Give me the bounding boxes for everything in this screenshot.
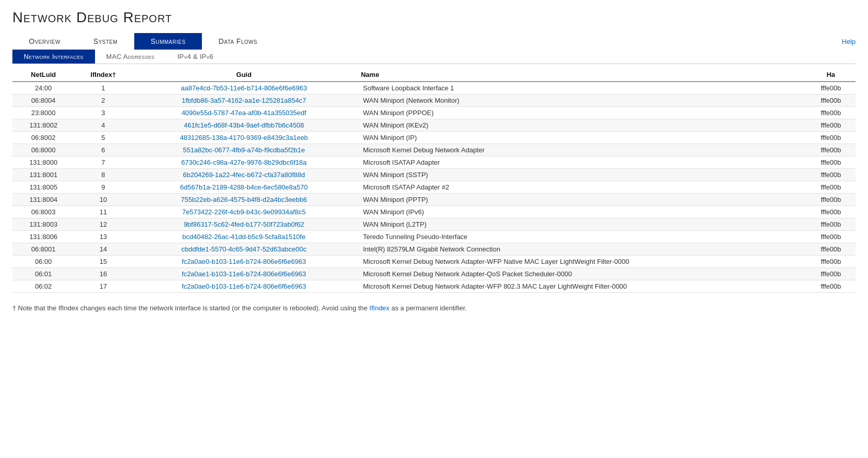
table-row: 06:8003117e573422-226f-4cb9-b43c-9e09934… [12, 206, 856, 218]
cell-ifindex: 4 [74, 119, 132, 132]
cell-ifindex: 10 [74, 194, 132, 206]
cell-name: WAN Miniport (L2TP) [356, 218, 806, 231]
cell-ha: fffe00b [806, 218, 856, 231]
cell-name: Microsoft Kernel Debug Network Adapter-W… [356, 256, 806, 268]
cell-netluid: 131:8003 [12, 218, 74, 231]
cell-ifindex: 1 [74, 82, 132, 94]
cell-ifindex: 5 [74, 132, 132, 144]
cell-guid: 461fc1e5-d68f-43b4-9aef-dfbb7b6c4508 [132, 119, 356, 132]
cell-ha: fffe00b [806, 268, 856, 280]
cell-guid: bcd40482-26ac-41dd-b5c9-5cfa8a1510fe [132, 231, 356, 243]
subnav-ipv4-ipv6[interactable]: IPv4 & IPv6 [166, 50, 225, 64]
cell-name: Microsoft ISATAP Adapter [356, 156, 806, 169]
cell-guid: cbddfde1-5570-4c65-9d47-52d63abce00c [132, 243, 356, 256]
cell-ha: fffe00b [806, 181, 856, 194]
tab-summaries[interactable]: Summaries [134, 33, 202, 50]
cell-netluid: 06:8002 [12, 132, 74, 144]
cell-name: WAN Miniport (PPPOE) [356, 107, 806, 119]
footnote-text: † Note that the IfIndex changes each tim… [12, 304, 467, 312]
cell-guid: 1fbfdb86-3a57-4162-aa1e-125281a854c7 [132, 94, 356, 107]
cell-name: WAN Miniport (IP) [356, 132, 806, 144]
cell-netluid: 24:00 [12, 82, 74, 94]
cell-ifindex: 6 [74, 144, 132, 156]
table-row: 06:8002548312685-138a-4170-9369-e8439c3a… [12, 132, 856, 144]
table-row: 06:800114cbddfde1-5570-4c65-9d47-52d63ab… [12, 243, 856, 256]
cell-netluid: 06:8003 [12, 206, 74, 218]
table-row: 06:800421fbfdb86-3a57-4162-aa1e-125281a8… [12, 94, 856, 107]
cell-name: WAN Miniport (Network Monitor) [356, 94, 806, 107]
sub-nav: Network Interfaces MAC Addresses IPv4 & … [12, 50, 856, 64]
cell-guid: fc2a0ae0-b103-11e6-b724-806e6f6e6963 [132, 280, 356, 293]
cell-ifindex: 15 [74, 256, 132, 268]
cell-name: WAN Miniport (IPv6) [356, 206, 806, 218]
col-netluid: NetLuid [12, 68, 74, 82]
cell-guid: aa87e4cd-7b53-11e6-b714-806e6f6e6963 [132, 82, 356, 94]
cell-guid: fc2a0ae1-b103-11e6-b724-806e6f6e6963 [132, 268, 356, 280]
cell-ha: fffe00b [806, 119, 856, 132]
cell-guid: 6730c246-c98a-427e-9976-8b29dbc6f18a [132, 156, 356, 169]
table-row: 131:8003129bf86317-5c62-4fed-b177-50f723… [12, 218, 856, 231]
cell-guid: 551a82bc-0677-4fb9-a74b-f9cdba5f2b1e [132, 144, 356, 156]
cell-name: Intel(R) 82579LM Gigabit Network Connect… [356, 243, 806, 256]
cell-netluid: 131:8002 [12, 119, 74, 132]
page-title: Network Debug Report [12, 9, 856, 26]
col-name: Name [356, 68, 806, 82]
cell-guid: 755b22eb-a626-4575-b4f8-d2a4bc3eebb6 [132, 194, 356, 206]
cell-name: Microsoft ISATAP Adapter #2 [356, 181, 806, 194]
cell-name: WAN Miniport (PPTP) [356, 194, 806, 206]
cell-ifindex: 2 [74, 94, 132, 107]
tab-dataflows[interactable]: Data Flows [202, 33, 274, 50]
cell-ha: fffe00b [806, 144, 856, 156]
subnav-network-interfaces[interactable]: Network Interfaces [12, 50, 95, 64]
cell-ifindex: 13 [74, 231, 132, 243]
help-link[interactable]: Help [842, 38, 856, 45]
table-body: 24:001aa87e4cd-7b53-11e6-b714-806e6f6e69… [12, 82, 856, 293]
cell-guid: 9bf86317-5c62-4fed-b177-50f723ab0f62 [132, 218, 356, 231]
cell-ifindex: 14 [74, 243, 132, 256]
cell-netluid: 131:8004 [12, 194, 74, 206]
cell-ifindex: 9 [74, 181, 132, 194]
cell-ifindex: 8 [74, 169, 132, 181]
cell-netluid: 06:8000 [12, 144, 74, 156]
network-interfaces-table: NetLuid IfIndex† Guid Name Ha 24:001aa87… [12, 68, 856, 293]
cell-ifindex: 7 [74, 156, 132, 169]
table-row: 23:800034090e55d-5787-47ea-af0b-41a35503… [12, 107, 856, 119]
cell-netluid: 131:8006 [12, 231, 74, 243]
cell-guid: fc2a0ae0-b103-11e6-b724-806e6f6e6963 [132, 256, 356, 268]
cell-ha: fffe00b [806, 82, 856, 94]
cell-ifindex: 11 [74, 206, 132, 218]
subnav-mac-addresses[interactable]: MAC Addresses [95, 50, 166, 64]
tab-overview[interactable]: Overview [12, 33, 77, 50]
cell-netluid: 06:00 [12, 256, 74, 268]
ifindex-link[interactable]: IfIndex [369, 304, 389, 312]
cell-name: Software Loopback Interface 1 [356, 82, 806, 94]
cell-ha: fffe00b [806, 94, 856, 107]
cell-guid: 4090e55d-5787-47ea-af0b-41a355035edf [132, 107, 356, 119]
cell-name: Microsoft Kernel Debug Network Adapter-W… [356, 280, 806, 293]
cell-ha: fffe00b [806, 206, 856, 218]
tab-system[interactable]: System [77, 33, 134, 50]
cell-ha: fffe00b [806, 132, 856, 144]
table-row: 06:0116fc2a0ae1-b103-11e6-b724-806e6f6e6… [12, 268, 856, 280]
cell-netluid: 23:8000 [12, 107, 74, 119]
cell-ha: fffe00b [806, 107, 856, 119]
cell-ha: fffe00b [806, 243, 856, 256]
cell-ifindex: 17 [74, 280, 132, 293]
cell-ifindex: 12 [74, 218, 132, 231]
cell-ha: fffe00b [806, 194, 856, 206]
cell-ha: fffe00b [806, 169, 856, 181]
cell-netluid: 06:8004 [12, 94, 74, 107]
cell-name: Teredo Tunneling Pseudo-Interface [356, 231, 806, 243]
page-container: Network Debug Report Overview System Sum… [0, 0, 868, 458]
table-row: 131:800186b204269-1a22-4fec-b672-cfa37a8… [12, 169, 856, 181]
table-row: 131:800613bcd40482-26ac-41dd-b5c9-5cfa8a… [12, 231, 856, 243]
cell-guid: 7e573422-226f-4cb9-b43c-9e09934af8c5 [132, 206, 356, 218]
table-row: 131:800410755b22eb-a626-4575-b4f8-d2a4bc… [12, 194, 856, 206]
cell-ha: fffe00b [806, 280, 856, 293]
cell-netluid: 06:01 [12, 268, 74, 280]
cell-netluid: 06:02 [12, 280, 74, 293]
col-ifindex: IfIndex† [74, 68, 132, 82]
col-ha: Ha [806, 68, 856, 82]
cell-netluid: 131:8005 [12, 181, 74, 194]
footnote: † Note that the IfIndex changes each tim… [12, 304, 856, 312]
